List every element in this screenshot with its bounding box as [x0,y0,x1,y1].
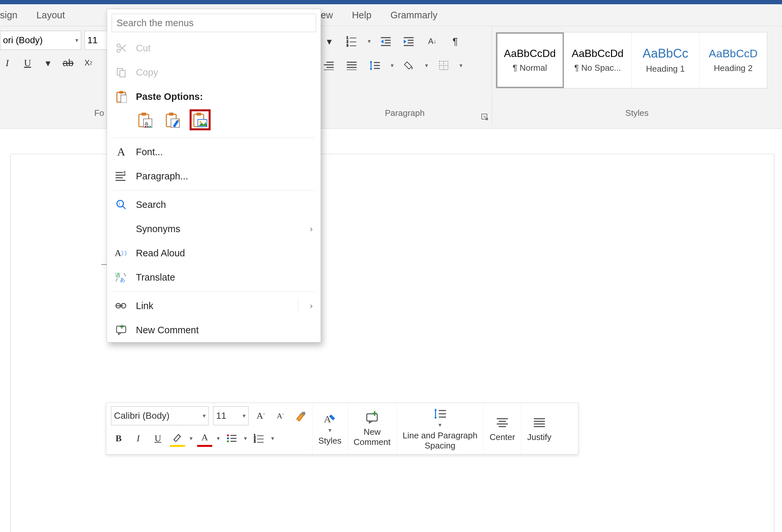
translate-icon: 语あ [115,271,128,284]
style-normal[interactable]: AaBbCcDd ¶ Normal [496,32,564,88]
chevron-down-icon[interactable]: ▾ [244,435,247,442]
svg-rect-87 [367,414,377,421]
font-name-combo[interactable]: ori (Body)▾ [0,31,81,50]
sort-button[interactable]: A↓ [425,34,439,48]
context-menu: Cut Copy Paste Options: a [107,9,321,343]
chevron-down-icon[interactable]: ▾ [368,38,371,45]
styles-gallery[interactable]: AaBbCcDd ¶ Normal AaBbCcDd ¶ No Spac... … [496,32,767,88]
chevron-down-icon[interactable]: ▾ [425,62,428,69]
font-icon: A [115,146,128,158]
paragraph-menu-item[interactable]: ¶ Paragraph... [107,164,321,188]
font-name-value: ori (Body) [3,35,43,45]
show-marks-button[interactable]: ¶ [448,34,462,48]
tab-layout[interactable]: Layout [36,10,65,21]
font-menu-item[interactable]: A Font... [107,140,321,164]
mini-size-value: 11 [216,411,226,421]
link-menu-item[interactable]: Link › [107,294,321,318]
chevron-down-icon[interactable]: ▾ [459,62,462,69]
mini-line-spacing-button[interactable]: ▾ Line and ParagraphSpacing [397,403,483,454]
font-group: ori (Body)▾ 11 I U ▾ ab X2 Fo [0,26,108,125]
style-heading-1[interactable]: AaBbCc Heading 1 [632,32,700,88]
mini-font-value: Calibri (Body) [114,411,170,421]
paste-keep-source-button[interactable]: a [136,111,154,129]
underline-button[interactable]: U [20,56,35,70]
shading-button[interactable] [402,58,417,73]
italic-button[interactable]: I [0,56,14,70]
svg-point-62 [117,200,123,207]
chevron-down-icon[interactable]: ▾ [217,435,220,442]
svg-rect-41 [119,91,123,94]
synonyms-menu-item[interactable]: Synonyms › [107,217,321,241]
style-heading-2[interactable]: AaBbCcD Heading 2 [700,32,767,88]
grow-font-button[interactable]: Aˆ [253,408,268,423]
decrease-indent-button[interactable] [379,34,394,48]
align-justify-button[interactable] [345,58,359,73]
mini-center-button[interactable]: Center [483,403,521,454]
translate-menu-item[interactable]: 语あ Translate [107,265,321,289]
chevron-down-icon[interactable]: ▾ [271,435,274,442]
mini-numbering-button[interactable]: 123 [251,431,266,446]
align-right-button[interactable] [322,58,336,73]
mini-bold-button[interactable]: B [111,431,126,446]
tab-grammarly[interactable]: Grammarly [390,10,437,21]
svg-marker-28 [370,61,372,63]
search-menu-item[interactable]: i Search [107,192,321,217]
svg-marker-95 [434,417,437,419]
style-no-spacing[interactable]: AaBbCcDd ¶ No Spac... [564,32,632,88]
tab-design[interactable]: sign [0,10,17,21]
chevron-down-icon[interactable]: ▾ [391,62,394,69]
mini-font-combo[interactable]: Calibri (Body)▾ [111,406,209,425]
numbered-list-button[interactable]: 123 [345,34,359,48]
paragraph-group-label: Paragraph [318,108,492,125]
mini-center-label: Center [490,432,515,442]
paste-merge-formatting-button[interactable] [164,111,182,129]
styles-group-label: Styles [492,108,782,125]
svg-text:¶: ¶ [123,171,126,175]
increase-indent-button[interactable] [402,34,417,48]
mini-size-combo[interactable]: 11▾ [213,406,249,425]
svg-marker-15 [404,40,406,43]
paste-options-label: Paste Options: [136,91,203,102]
clipboard-icon [115,91,128,103]
mini-underline-button[interactable]: U [150,431,165,446]
svg-text:3: 3 [347,44,348,47]
paragraph-label: Paragraph... [136,171,188,182]
mini-highlight-button[interactable] [170,430,185,447]
underline-menu-button[interactable]: ▾ [41,56,55,70]
new-comment-menu-item[interactable]: New Comment [107,318,321,342]
svg-point-76 [227,437,229,439]
cut-menu-item[interactable]: Cut [107,36,321,60]
mini-bullets-button[interactable] [224,431,239,446]
paste-picture-button[interactable] [191,111,209,129]
styles-group: AaBbCcDd ¶ Normal AaBbCcDd ¶ No Spac... … [492,26,782,125]
mini-italic-button[interactable]: I [131,431,146,446]
subscript-button[interactable]: X2 [81,56,96,70]
copy-menu-item[interactable]: Copy [107,60,321,84]
read-aloud-menu-item[interactable]: A⟯⟯ Read Aloud [107,241,321,265]
svg-rect-39 [120,70,125,77]
search-label: Search [136,200,166,210]
chevron-down-icon[interactable]: ▾ [189,435,192,442]
mini-new-comment-button[interactable]: NewComment [348,403,397,454]
format-painter-button[interactable] [292,408,308,423]
strikethrough-button[interactable]: ab [61,56,75,70]
paragraph-icon: ¶ [115,170,128,182]
read-aloud-label: Read Aloud [136,248,185,259]
svg-text:A: A [324,414,331,424]
mini-font-color-button[interactable]: A [197,430,212,447]
borders-button[interactable] [436,58,451,73]
mini-justify-button[interactable]: Justify [521,403,557,454]
menu-search-input[interactable] [112,14,316,32]
chevron-down-icon: ▾ [203,412,206,419]
paragraph-group: ▾ 123 ▾ A↓ ¶ [318,26,492,125]
mini-styles-button[interactable]: A ▾ Styles [312,403,348,454]
tab-help[interactable]: Help [352,10,372,21]
shrink-font-button[interactable]: Aˇ [273,408,288,423]
paragraph-dialog-launcher[interactable] [481,113,490,122]
svg-marker-29 [370,68,372,70]
svg-point-78 [227,440,229,442]
multilevel-list-button[interactable]: ▾ [322,34,336,48]
chevron-right-icon: › [310,224,313,234]
synonyms-label: Synonyms [136,224,180,235]
line-spacing-button[interactable] [368,58,382,73]
